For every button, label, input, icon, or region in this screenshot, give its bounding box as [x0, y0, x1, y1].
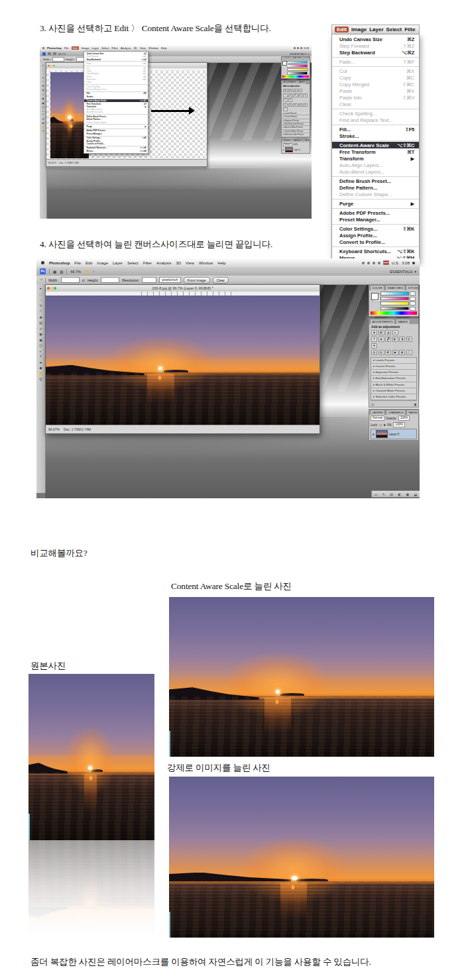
menubar-item[interactable]: Filter [143, 261, 152, 265]
panel-footer-icon[interactable]: ✎ [382, 492, 385, 496]
menu-item[interactable]: Define Brush Preset... [332, 178, 419, 184]
tool-icon[interactable]: ◫ [42, 105, 44, 109]
yellow-value-input[interactable] [410, 301, 416, 305]
adjustment-icon[interactable]: ▲ [392, 330, 398, 335]
menu-item[interactable]: Find and Replace Text... [84, 88, 148, 91]
tool-icon[interactable]: ◉ [39, 332, 42, 336]
tool-icon[interactable]: ▸ [40, 286, 42, 290]
adjustment-icon[interactable]: ▦ [303, 103, 308, 107]
expanded-view-icon[interactable]: ◨ [414, 403, 416, 406]
hand-tool-icon[interactable]: ✋ [84, 270, 89, 274]
menubar-item[interactable]: Select [386, 27, 402, 32]
adjustment-icon[interactable]: ◫ [406, 350, 412, 355]
tool-icon[interactable]: ▤ [39, 321, 42, 325]
width-input[interactable] [52, 57, 64, 62]
tool-icon[interactable]: ✚ [42, 84, 44, 87]
magenta-slider[interactable] [287, 64, 308, 68]
layer-name[interactable]: Layer 0 [389, 433, 399, 436]
panel-footer-icon[interactable]: ▤ [390, 492, 393, 496]
guides-icon[interactable]: ▥ [60, 270, 63, 274]
menu-item[interactable]: Copy Merged ⇧⌘C [332, 81, 419, 87]
menubar-item[interactable]: Layer [369, 27, 383, 32]
menu-item[interactable] [332, 176, 419, 177]
menubar-item[interactable]: Help [217, 261, 225, 265]
adjustment-icon[interactable]: ◪ [293, 89, 298, 93]
menu-item[interactable]: Content-Aware Scale ⌥⇧⌘C [332, 142, 419, 148]
tool-icon[interactable]: ✎ [39, 303, 42, 307]
resolution-input[interactable] [142, 277, 156, 283]
tool-icon[interactable]: ▣ [39, 338, 42, 342]
eye-icon[interactable]: ● [373, 433, 375, 436]
adjustment-icon[interactable]: ✚ [371, 343, 377, 349]
tool-icon[interactable]: ⌗ [42, 80, 44, 83]
menu-item[interactable] [332, 57, 419, 58]
menu-item[interactable]: Fade... ⇧⌘F [332, 58, 419, 65]
tool-icon[interactable]: ✋ [42, 126, 45, 129]
menubar-item[interactable]: Edit [335, 27, 349, 32]
menubar-item[interactable]: Image [351, 27, 367, 32]
menubar-item[interactable]: Photoshop [49, 261, 70, 265]
adjustment-icon[interactable]: ◨ [399, 337, 405, 342]
lock-position-icon[interactable]: ✚ [383, 423, 386, 427]
tool-icon[interactable]: ▤ [42, 88, 44, 91]
close-icon[interactable] [47, 287, 50, 290]
menu-item[interactable]: Free Transform ⌘T [332, 148, 419, 155]
color-spectrum-bar[interactable] [371, 311, 417, 315]
preset-group[interactable]: Selective Color Presets [371, 394, 416, 400]
adjustment-icon[interactable]: ▦ [399, 350, 405, 355]
input-language-flag-icon[interactable] [383, 260, 389, 265]
menu-item[interactable]: Adobe PDF Presets... [332, 209, 419, 216]
adjustment-icon[interactable]: ◧ [392, 337, 398, 342]
panel-tab[interactable]: LAYERS [282, 140, 291, 142]
width-input[interactable] [61, 277, 80, 283]
panel-tab[interactable]: PATHS [406, 409, 419, 415]
menu-item[interactable]: Step Backward ⌥⌘Z [84, 58, 148, 61]
adjustment-icon[interactable]: ▨ [288, 103, 293, 107]
menu-item[interactable]: Purge ▶ [332, 200, 419, 207]
apple-icon[interactable] [41, 261, 44, 264]
menubar-item[interactable]: 3D [176, 261, 181, 265]
resolution-unit-select[interactable]: pixels/inch [159, 277, 180, 283]
adjustment-icon[interactable]: ◨ [303, 93, 308, 97]
panel-footer-icon[interactable]: ▭ [375, 492, 378, 496]
preset-group[interactable]: Exposure Presets [371, 370, 416, 376]
menubar-item[interactable]: View [140, 46, 146, 50]
tool-icon[interactable]: ✐ [42, 93, 44, 96]
workspace-switcher[interactable]: ESSENTIALS [290, 52, 306, 56]
adjustment-icon[interactable]: ◪ [385, 330, 391, 335]
foreground-color-swatch[interactable] [282, 61, 287, 66]
adjustment-icon[interactable]: ▧ [283, 103, 288, 107]
menu-item[interactable]: Check Spelling... [332, 110, 419, 117]
menu-item[interactable] [332, 208, 419, 209]
menu-item[interactable]: Stroke... [84, 95, 148, 98]
tool-icon[interactable]: T [42, 113, 44, 116]
menubar-item[interactable]: Layer [113, 261, 123, 265]
panel-tab[interactable]: SWATCHES [385, 285, 405, 290]
adjustment-icon[interactable]: ▧ [371, 350, 377, 355]
menu-item[interactable]: Clear [332, 101, 419, 107]
height-input[interactable] [101, 277, 119, 283]
foreground-color-swatch[interactable] [371, 293, 378, 300]
tool-icon[interactable]: ◆ [40, 366, 42, 370]
tool-icon[interactable]: ◉ [42, 97, 44, 100]
panel-tab[interactable]: CHANNELS [386, 409, 406, 415]
menu-item[interactable]: Fade... ⇧⌘F [84, 62, 148, 65]
panel-tab[interactable]: ADJUSTMENTS [370, 319, 395, 324]
adjustment-icon[interactable]: ◉ [371, 330, 377, 335]
adjustment-icon[interactable]: ◧ [298, 93, 303, 97]
adjustment-icon[interactable]: ▲ [298, 89, 303, 93]
menu-item[interactable]: Assign Profile... [332, 232, 419, 239]
tool-icon[interactable]: T [40, 354, 42, 358]
adjustment-icon[interactable]: ▨ [378, 350, 384, 355]
panel-tab[interactable]: CHANNELS [292, 140, 303, 142]
zoom-level[interactable]: 66.7% [58, 52, 66, 56]
adjustment-icon[interactable]: ▥ [406, 337, 412, 342]
cyan-slider[interactable] [287, 61, 308, 64]
preset-group[interactable]: Levels Presets [371, 358, 416, 364]
menubar-item[interactable]: File [74, 261, 81, 265]
panel-tab[interactable]: LAYERS [370, 409, 385, 415]
menu-item[interactable]: Purge ▶ [84, 125, 148, 128]
menu-item[interactable] [332, 224, 419, 225]
menu-item[interactable]: Menus... ⌥⇧⌘M [84, 149, 148, 152]
yellow-slider[interactable] [287, 68, 308, 72]
